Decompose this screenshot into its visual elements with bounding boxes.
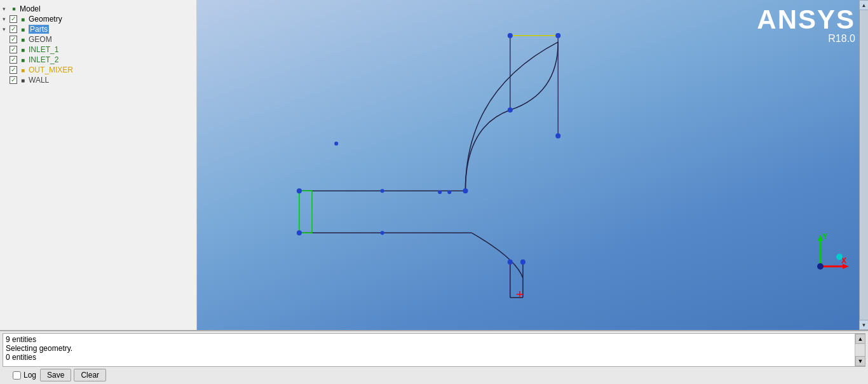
expand-icon-parts: ▾ xyxy=(3,26,9,32)
axis-indicator: Y X xyxy=(804,231,849,276)
tree-label-parts: Parts xyxy=(29,25,49,34)
viewport-scroll-down[interactable]: ▼ xyxy=(859,320,869,330)
log-checkbox[interactable] xyxy=(13,371,21,380)
svg-point-11 xyxy=(508,33,513,38)
svg-point-19 xyxy=(381,231,384,235)
geometry-icon: ■ xyxy=(18,15,27,24)
log-line-3: 0 entities xyxy=(6,353,853,362)
log-scroll-down[interactable]: ▼ xyxy=(855,356,865,366)
geometry-svg xyxy=(197,0,868,330)
svg-point-13 xyxy=(463,188,468,193)
tree-item-inlet2[interactable]: ▸ ✓ ■ INLET_2 xyxy=(3,55,194,65)
svg-point-14 xyxy=(297,188,302,193)
svg-point-21 xyxy=(555,134,560,139)
svg-text:Y: Y xyxy=(822,232,827,241)
svg-point-16 xyxy=(508,259,513,264)
svg-point-17 xyxy=(520,259,526,264)
tree-item-geom[interactable]: ▸ ✓ ■ GEOM xyxy=(3,34,194,45)
tree-item-outmixer[interactable]: ▸ ✓ ■ OUT_MIXER xyxy=(3,65,194,75)
sidebar: ▾ ■ Model ▾ ✓ ■ Geometry ▾ ✓ ■ Parts ▸ ✓… xyxy=(0,0,197,330)
svg-point-22 xyxy=(334,142,338,146)
tree-label-inlet1: INLET_1 xyxy=(29,45,58,54)
bottom-panel: 9 entities Selecting geometry. 0 entitie… xyxy=(0,330,868,384)
checkbox-geom[interactable]: ✓ xyxy=(10,36,17,43)
svg-point-23 xyxy=(438,190,442,194)
checkbox-inlet2[interactable]: ✓ xyxy=(10,56,17,64)
svg-rect-5 xyxy=(299,191,312,233)
checkbox-inlet1[interactable]: ✓ xyxy=(10,46,17,53)
log-line-2: Selecting geometry. xyxy=(6,344,853,353)
svg-point-15 xyxy=(297,230,302,235)
tree-label-inlet2: INLET_2 xyxy=(29,55,58,64)
bottom-controls: Log Save Clear xyxy=(0,367,868,384)
tree-label-geometry: Geometry xyxy=(29,15,62,24)
tree-item-parts[interactable]: ▾ ✓ ■ Parts xyxy=(3,24,194,34)
outmixer-icon: ■ xyxy=(18,65,27,74)
svg-point-12 xyxy=(555,33,560,38)
checkbox-wall[interactable]: ✓ xyxy=(10,76,17,84)
tree-item-geometry[interactable]: ▾ ✓ ■ Geometry xyxy=(3,14,194,24)
log-label: Log xyxy=(24,371,36,380)
svg-point-18 xyxy=(381,189,384,193)
log-line-1: 9 entities xyxy=(6,335,853,344)
checkbox-outmixer[interactable]: ✓ xyxy=(10,66,17,74)
model-icon: ■ xyxy=(10,4,18,13)
tree-item-model[interactable]: ▾ ■ Model xyxy=(3,4,194,14)
tree-label-model: Model xyxy=(20,4,41,13)
tree-item-wall[interactable]: ▸ ✓ ■ WALL xyxy=(3,75,194,85)
viewport-scrollbar: ▲ ▼ xyxy=(859,0,868,330)
parts-icon: ■ xyxy=(18,25,27,34)
tree-item-inlet1[interactable]: ▸ ✓ ■ INLET_1 xyxy=(3,45,194,55)
svg-point-31 xyxy=(817,263,824,270)
inlet1-icon: ■ xyxy=(18,45,27,54)
clear-button[interactable]: Clear xyxy=(74,369,106,381)
checkbox-geometry[interactable]: ✓ xyxy=(10,15,17,23)
tree-label-geom: GEOM xyxy=(29,35,52,44)
log-scroll-up[interactable]: ▲ xyxy=(855,334,865,344)
geom-icon: ■ xyxy=(18,35,27,44)
wall-icon: ■ xyxy=(18,76,27,85)
tree-label-outmixer: OUT_MIXER xyxy=(29,65,73,74)
inlet2-icon: ■ xyxy=(18,55,27,64)
svg-point-20 xyxy=(508,107,513,113)
expand-icon-model: ▾ xyxy=(3,6,9,12)
svg-point-32 xyxy=(836,254,843,260)
log-content: 9 entities Selecting geometry. 0 entitie… xyxy=(3,334,865,363)
save-button[interactable]: Save xyxy=(40,369,71,381)
viewport-scroll-up[interactable]: ▲ xyxy=(859,0,869,10)
checkbox-parts[interactable]: ✓ xyxy=(10,25,17,33)
tree-label-wall: WALL xyxy=(29,76,49,85)
log-scrollbar: ▲ ▼ xyxy=(855,334,865,366)
viewport[interactable]: ANSYS R18.0 xyxy=(197,0,868,330)
expand-icon-geometry: ▾ xyxy=(3,16,9,22)
svg-point-24 xyxy=(447,190,451,194)
